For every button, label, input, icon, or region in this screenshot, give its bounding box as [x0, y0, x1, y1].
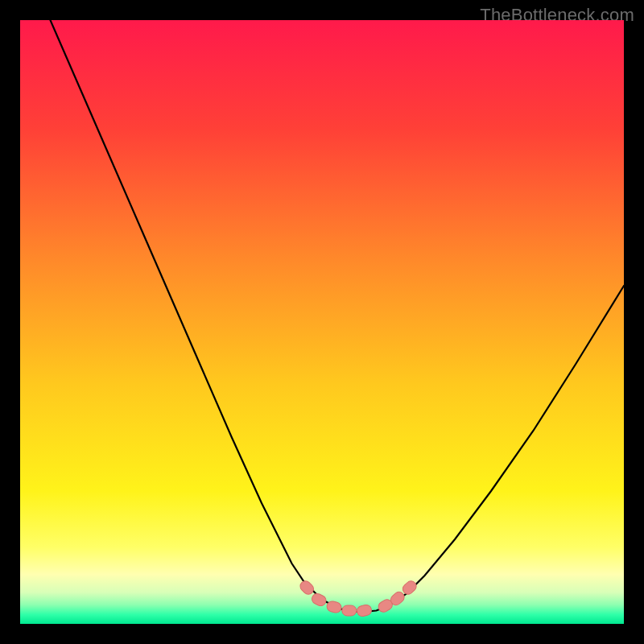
plot-area — [20, 20, 624, 624]
marker-point — [342, 605, 357, 616]
bottleneck-chart — [20, 20, 624, 624]
chart-frame: TheBottleneck.com — [0, 0, 644, 644]
gradient-background — [20, 20, 624, 624]
